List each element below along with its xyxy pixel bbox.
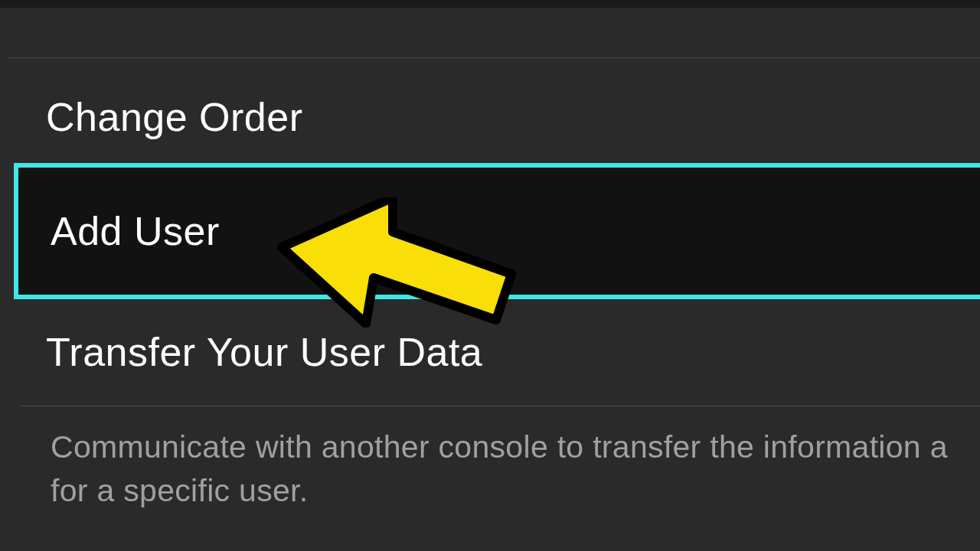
menu-item-change-order[interactable]: Change Order [46, 88, 980, 145]
menu-label-change-order: Change Order [46, 94, 303, 140]
menu-label-transfer: Transfer Your User Data [46, 329, 482, 375]
menu-item-add-user[interactable]: Add User [14, 163, 980, 299]
description-text: Communicate with another console to tran… [51, 425, 980, 514]
menu-label-add-user: Add User [51, 208, 220, 254]
top-bar [0, 0, 980, 8]
divider-bottom [19, 406, 980, 406]
menu-item-transfer-user-data[interactable]: Transfer Your User Data [46, 323, 980, 380]
divider-top [8, 57, 980, 58]
